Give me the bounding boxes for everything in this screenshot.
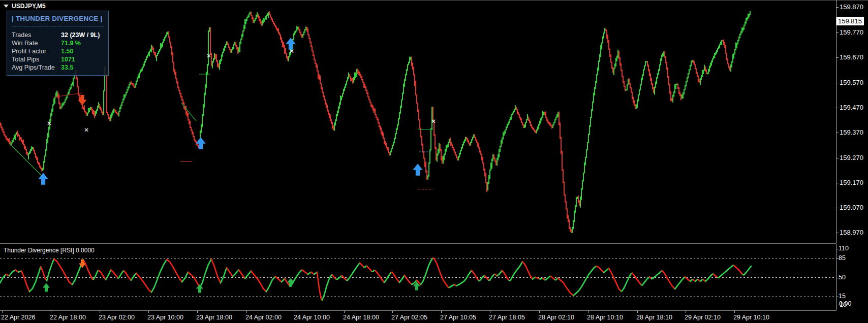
x-close-marker: ✕	[84, 126, 89, 134]
time-tick-label: 24 Apr 02:00	[245, 314, 282, 321]
time-tick-mark	[637, 311, 638, 313]
time-tick-mark	[539, 311, 540, 313]
time-tick-label: 27 Apr 18:05	[489, 314, 525, 321]
rsi-buy-arrow-marker	[43, 283, 50, 292]
time-tick-mark	[51, 311, 51, 313]
time-tick-label: 28 Apr 02:10	[538, 314, 574, 321]
time-tick-label: 27 Apr 10:05	[440, 314, 476, 321]
info-row-win-rate: Win Rate 71.9 %	[12, 39, 104, 47]
x-close-marker: ✕	[206, 52, 211, 59]
indicator-scale-label: 110	[839, 245, 849, 252]
x-close-marker: ✕	[289, 48, 294, 55]
thunder-divergence-info-panel: | THUNDER DIVERGENCE | Trades 32 (23W / …	[7, 11, 109, 76]
price-axis[interactable]: 159.870159.770159.670159.570159.470159.3…	[836, 0, 868, 311]
time-tick-mark	[490, 311, 490, 313]
indicator-title: Thunder Divergence [RSI] 0.0000	[4, 247, 95, 254]
rsi-buy-arrow-marker	[287, 278, 294, 286]
info-row-profit-factor: Profit Factor 1.50	[12, 47, 104, 55]
price-tick-mark	[836, 183, 839, 183]
indicator-scale-label: 85	[839, 254, 846, 262]
price-tick-mark	[836, 133, 839, 133]
price-tick-label: 159.670	[840, 53, 863, 61]
price-tick-mark	[836, 33, 839, 33]
info-value: 1071	[61, 55, 75, 63]
time-tick-label: 29 Apr 10:10	[733, 314, 769, 321]
info-value: 33.5	[61, 63, 73, 72]
price-tick-label: 159.570	[840, 79, 863, 86]
price-tick-label: 159.070	[840, 204, 863, 211]
symbol-timeframe-label: USDJPY,M5	[4, 3, 46, 10]
time-tick-label: 22 Apr 2026	[1, 314, 35, 321]
trend-line	[181, 103, 196, 121]
time-tick-mark	[100, 311, 100, 313]
price-tick-label: 159.870	[840, 3, 863, 11]
price-tick-mark	[836, 108, 839, 108]
buy-arrow-marker	[38, 173, 48, 184]
chevron-down-icon	[4, 5, 9, 8]
info-row-total-pips: Total Pips 1071	[12, 55, 104, 63]
info-value: 32 (23W / 9L)	[61, 31, 100, 39]
rsi-segment	[319, 288, 320, 294]
time-tick-mark	[197, 311, 198, 313]
time-axis[interactable]: 22 Apr 202622 Apr 18:0023 Apr 02:0023 Ap…	[0, 311, 868, 323]
rsi-segment	[318, 280, 319, 288]
chart-window: ✕✕✕✕✕ USDJPY,M5 | THUNDER DIVERGENCE | T…	[0, 0, 868, 323]
indicator-scale-label: 15	[839, 293, 846, 300]
time-tick-label: 29 Apr 02:10	[685, 314, 721, 321]
info-row-avg-pips: Avg Pips/Trade 33.5	[12, 63, 104, 72]
x-close-marker: ✕	[431, 118, 436, 125]
rsi-buy-arrow-marker	[196, 284, 203, 293]
time-tick-mark	[588, 311, 588, 313]
candlestick-series	[0, 11, 750, 233]
price-tick-label: 159.770	[840, 28, 863, 36]
indicator-pane	[0, 258, 836, 300]
price-tick-label: 159.370	[840, 128, 863, 136]
time-tick-mark	[441, 311, 442, 313]
price-tick-mark	[836, 208, 839, 208]
time-tick-label: 28 Apr 18:10	[636, 314, 672, 321]
price-tick-label: 159.270	[840, 154, 863, 162]
chart-canvas[interactable]: ✕✕✕✕✕	[0, 0, 836, 311]
rsi-segment	[317, 272, 318, 280]
price-tick-mark	[836, 57, 839, 58]
info-row-trades: Trades 32 (23W / 9L)	[12, 31, 104, 39]
info-panel-title: | THUNDER DIVERGENCE |	[12, 15, 104, 27]
info-label: Win Rate	[12, 39, 61, 47]
info-label: Trades	[12, 31, 61, 39]
x-close-marker: ✕	[47, 120, 52, 127]
time-tick-mark	[344, 311, 345, 313]
price-tick-mark	[836, 7, 839, 8]
time-tick-mark	[686, 311, 686, 313]
indicator-scale-label: 0.00	[839, 300, 851, 307]
price-tick-label: 158.970	[840, 229, 863, 236]
time-tick-label: 27 Apr 02:05	[391, 314, 427, 321]
current-price-tag: 159.815	[836, 17, 864, 25]
pane-splitter-top[interactable]	[0, 243, 836, 244]
time-tick-mark	[2, 311, 3, 313]
price-tick-label: 159.470	[840, 104, 863, 111]
symbol-timeframe-text: USDJPY,M5	[12, 3, 46, 10]
time-tick-mark	[392, 311, 393, 313]
trade-lines	[9, 74, 433, 189]
time-tick-label: 23 Apr 02:00	[99, 314, 135, 321]
info-value: 1.50	[61, 47, 73, 55]
time-tick-label: 28 Apr 10:10	[587, 314, 623, 321]
info-label: Profit Factor	[12, 47, 61, 55]
time-tick-label: 24 Apr 18:00	[343, 314, 379, 321]
info-label: Total Pips	[12, 55, 61, 63]
buy-arrow-marker	[413, 164, 423, 175]
time-tick-label: 24 Apr 10:00	[294, 314, 330, 321]
price-tick-label: 159.170	[840, 179, 863, 186]
time-tick-mark	[734, 311, 735, 313]
rsi-segment	[750, 266, 751, 268]
time-tick-mark	[148, 311, 149, 313]
buy-arrow-marker	[196, 137, 206, 149]
price-tick-mark	[836, 158, 839, 158]
time-tick-label: 22 Apr 18:00	[50, 314, 86, 321]
rsi-segment	[320, 294, 321, 299]
price-tick-mark	[836, 233, 839, 233]
time-tick-label: 23 Apr 18:00	[196, 314, 232, 321]
price-tick-mark	[836, 83, 839, 83]
time-tick-label: 23 Apr 10:00	[147, 314, 183, 321]
time-tick-mark	[295, 311, 295, 313]
